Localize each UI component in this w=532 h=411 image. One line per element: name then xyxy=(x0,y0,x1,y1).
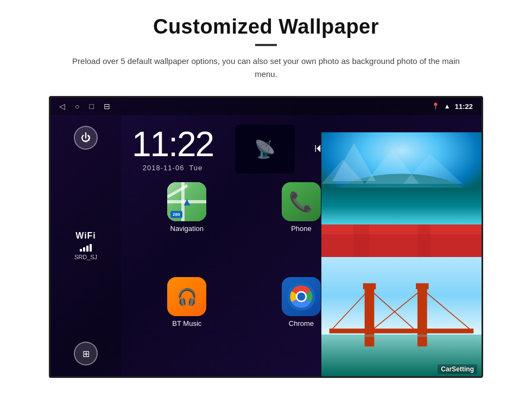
app-label-navigation: Navigation xyxy=(170,224,204,233)
media-icon: 📡 xyxy=(254,139,276,159)
app-label-chrome: Chrome xyxy=(289,319,314,327)
wifi-info: WiFi SRD_SJ xyxy=(74,231,97,260)
svg-rect-16 xyxy=(417,287,427,346)
strip-content xyxy=(321,224,482,257)
svg-rect-13 xyxy=(321,257,482,335)
bridge-scene-image xyxy=(321,257,482,376)
sidebar: ⏻ WiFi SRD_SJ ⊞ xyxy=(50,115,121,376)
svg-rect-23 xyxy=(416,283,429,289)
wifi-bar-2 xyxy=(83,247,85,252)
nav-badge: 280 xyxy=(170,211,182,218)
carsetting-label: CarSetting xyxy=(438,364,477,374)
chrome-icon xyxy=(282,277,321,316)
nav-arrow: ▲ xyxy=(181,196,192,208)
wifi-bar-3 xyxy=(86,246,88,252)
title-divider xyxy=(255,44,277,46)
clock-time: 11:22 xyxy=(132,127,213,162)
android-screen: ◁ ○ □ ⊟ 📍 ▲ 11:22 ⏻ WiFi xyxy=(50,98,482,376)
svg-rect-10 xyxy=(321,224,482,234)
bt-music-icon: 🎧 xyxy=(167,277,206,316)
app-navigation[interactable]: 280 ▲ Navigation xyxy=(132,182,242,273)
back-icon[interactable]: ◁ xyxy=(59,102,65,111)
svg-rect-24 xyxy=(321,335,482,337)
header: Customized Wallpaper Preload over 5 defa… xyxy=(0,0,532,86)
wallpaper-strip xyxy=(321,224,482,257)
wallpaper-bridge[interactable]: CarSetting xyxy=(321,257,482,376)
home-icon[interactable]: ○ xyxy=(75,102,79,111)
location-icon: 📍 xyxy=(432,102,440,110)
signal-icon: ▲ xyxy=(444,102,451,110)
status-time: 11:22 xyxy=(455,102,473,111)
ice-cave-image xyxy=(321,132,482,224)
main-content: ⏻ WiFi SRD_SJ ⊞ xyxy=(50,115,482,376)
status-right: 📍 ▲ 11:22 xyxy=(432,102,473,111)
android-screen-container: ◁ ○ □ ⊟ 📍 ▲ 11:22 ⏻ WiFi xyxy=(49,96,483,378)
phone-icon: 📞 xyxy=(282,182,321,221)
nav-icons: ◁ ○ □ ⊟ xyxy=(59,102,110,111)
svg-rect-17 xyxy=(330,329,474,333)
svg-rect-22 xyxy=(363,283,376,289)
wifi-bar-4 xyxy=(90,244,92,252)
navigation-icon: 280 ▲ xyxy=(167,182,206,221)
svg-rect-12 xyxy=(417,224,430,257)
clock-display: 11:22 2018-11-06 Tue xyxy=(132,127,213,172)
app-label-bt-music: BT Music xyxy=(172,319,201,327)
all-apps-button[interactable]: ⊞ xyxy=(74,342,98,365)
wallpaper-ice-cave[interactable] xyxy=(321,132,482,224)
svg-point-2 xyxy=(297,293,306,301)
wallpaper-panel: CarSetting xyxy=(321,132,482,376)
media-widget: 📡 xyxy=(235,125,295,174)
page-title: Customized Wallpaper xyxy=(33,15,499,38)
subtitle: Preload over 5 default wallpaper options… xyxy=(65,55,467,81)
wifi-bars xyxy=(74,243,97,252)
app-label-phone: Phone xyxy=(291,224,312,233)
wifi-bar-1 xyxy=(80,249,82,252)
headphone-icon: 🎧 xyxy=(177,287,197,306)
svg-rect-15 xyxy=(365,287,375,346)
camera-icon[interactable]: ⊟ xyxy=(104,102,110,111)
clock-date: 2018-11-06 Tue xyxy=(132,164,213,172)
power-button[interactable]: ⏻ xyxy=(74,126,98,150)
wifi-label: WiFi xyxy=(74,231,97,241)
wifi-ssid: SRD_SJ xyxy=(74,254,97,260)
page-wrapper: Customized Wallpaper Preload over 5 defa… xyxy=(0,0,532,411)
recent-icon[interactable]: □ xyxy=(89,102,93,111)
status-bar: ◁ ○ □ ⊟ 📍 ▲ 11:22 xyxy=(50,98,482,115)
svg-rect-11 xyxy=(353,224,370,257)
app-bt-music[interactable]: 🎧 BT Music xyxy=(132,277,242,368)
